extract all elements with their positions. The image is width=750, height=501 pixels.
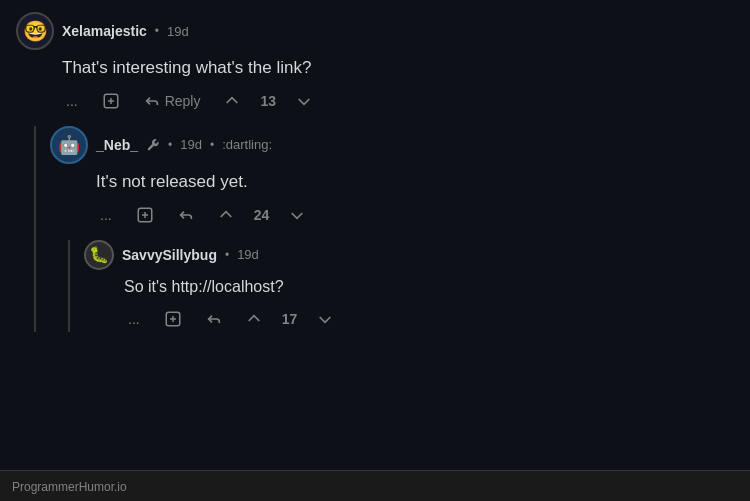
comment-savvy: 🐛 SavvySillybug • 19d So it's http://loc… [84, 240, 734, 332]
downvote-button-savvy[interactable] [313, 307, 337, 331]
reply-icon-neb [178, 207, 194, 223]
award-icon-xela [102, 92, 120, 110]
comment-header-savvy: 🐛 SavvySillybug • 19d [84, 240, 734, 270]
avatar-xelamajestic: 🤓 [16, 12, 54, 50]
comment-header-neb: 🤖 _Neb_ • 19d • :dartling: [50, 126, 734, 164]
upvote-button-savvy[interactable] [242, 307, 266, 331]
more-icon-xela: ... [66, 93, 78, 109]
vote-count-savvy: 17 [282, 311, 298, 327]
vote-count-neb: 24 [254, 207, 270, 223]
timestamp-neb: 19d [180, 137, 202, 152]
username-neb: _Neb_ [96, 137, 138, 153]
reply-icon-savvy [206, 311, 222, 327]
username-xela: Xelamajestic [62, 23, 147, 39]
upvote-icon-neb [218, 207, 234, 223]
comments-container: 🤓 Xelamajestic • 19d That's interesting … [0, 0, 750, 356]
downvote-icon-xela [296, 93, 312, 109]
avatar-neb: 🤖 [50, 126, 88, 164]
avatar-icon-savvy: 🐛 [89, 245, 109, 264]
timestamp-savvy: 19d [237, 247, 259, 262]
dot-neb: • [168, 138, 172, 152]
more-icon-savvy: ... [128, 311, 140, 327]
reply-button-savvy[interactable] [202, 307, 226, 331]
reply-icon-xela [144, 93, 160, 109]
downvote-button-neb[interactable] [285, 203, 309, 227]
reply-label-xela: Reply [165, 93, 201, 109]
upvote-icon-savvy [246, 311, 262, 327]
avatar-savvy: 🐛 [84, 240, 114, 270]
nested-comments-level2: 🐛 SavvySillybug • 19d So it's http://loc… [68, 240, 734, 332]
comment-actions-savvy: ... [124, 306, 734, 332]
comment-actions-neb: ... [96, 202, 734, 228]
flair-neb: :dartling: [222, 137, 272, 152]
more-options-neb[interactable]: ... [96, 203, 116, 227]
award-icon-savvy [164, 310, 182, 328]
dot-xela: • [155, 24, 159, 38]
reply-button-xela[interactable]: Reply [140, 89, 205, 113]
nested-comments-level1: 🤖 _Neb_ • 19d • :dartling: It's not rele… [34, 126, 734, 332]
more-options-savvy[interactable]: ... [124, 307, 144, 331]
username-savvy: SavvySillybug [122, 247, 217, 263]
upvote-button-neb[interactable] [214, 203, 238, 227]
downvote-button-xela[interactable] [292, 89, 316, 113]
comment-header-xela: 🤓 Xelamajestic • 19d [16, 12, 734, 50]
comment-body-savvy: So it's http://localhost? [124, 276, 734, 298]
comment-body-xela: That's interesting what's the link? [62, 56, 734, 80]
more-icon-neb: ... [100, 207, 112, 223]
award-icon-neb [136, 206, 154, 224]
award-button-savvy[interactable] [160, 306, 186, 332]
upvote-button-xela[interactable] [220, 89, 244, 113]
comment-xelamajestic: 🤓 Xelamajestic • 19d That's interesting … [16, 12, 734, 114]
comment-neb: 🤖 _Neb_ • 19d • :dartling: It's not rele… [50, 126, 734, 228]
dot-neb2: • [210, 138, 214, 152]
comment-body-neb: It's not released yet. [96, 170, 734, 194]
avatar-icon-neb: 🤖 [58, 134, 80, 156]
vote-count-xela: 13 [260, 93, 276, 109]
award-button-xela[interactable] [98, 88, 124, 114]
upvote-icon-xela [224, 93, 240, 109]
more-options-xela[interactable]: ... [62, 89, 82, 113]
footer-text: ProgrammerHumor.io [12, 480, 127, 494]
downvote-icon-neb [289, 207, 305, 223]
timestamp-xela: 19d [167, 24, 189, 39]
dot-savvy: • [225, 248, 229, 262]
avatar-icon-xela: 🤓 [23, 19, 48, 43]
reply-button-neb[interactable] [174, 203, 198, 227]
footer: ProgrammerHumor.io [0, 470, 750, 501]
downvote-icon-savvy [317, 311, 333, 327]
wrench-icon-neb [146, 138, 160, 152]
comment-actions-xela: ... Reply 13 [62, 88, 734, 114]
award-button-neb[interactable] [132, 202, 158, 228]
